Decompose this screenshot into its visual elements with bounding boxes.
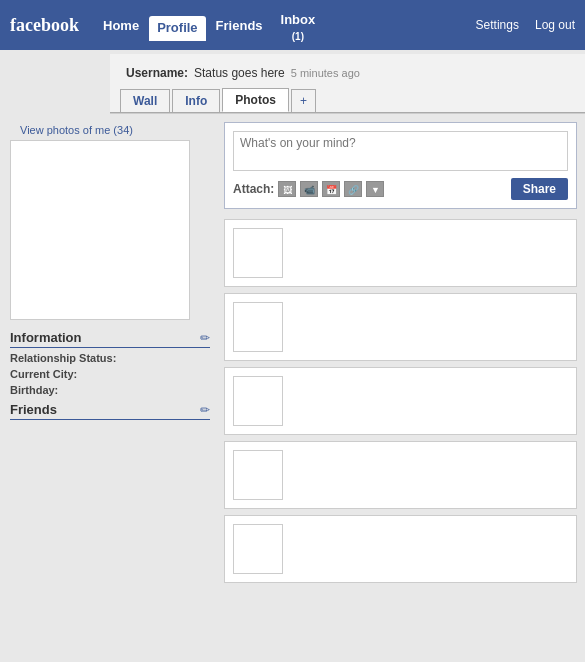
left-sidebar: View photos of me (34) Information ✏ Rel… [0,114,220,589]
nav-home[interactable]: Home [95,14,147,37]
nav-inbox[interactable]: Inbox [273,8,324,31]
share-button[interactable]: Share [511,178,568,200]
status-time: 5 minutes ago [291,67,360,79]
profile-tabs: Wall Info Photos + [110,88,585,113]
post-actions: Attach: 🖼 📹 📅 🔗 ▼ Share [233,178,568,200]
nav-inbox-wrap: Inbox (1) [273,8,324,42]
feed-item [224,441,577,509]
brand-logo: facebook [10,15,79,36]
info-birthday: Birthday: [10,384,210,396]
tab-wall[interactable]: Wall [120,89,170,112]
edit-info-icon[interactable]: ✏ [200,331,210,345]
status-text: Status goes here [194,66,285,80]
tab-photos[interactable]: Photos [222,88,289,112]
info-relationship: Relationship Status: [10,352,210,364]
feed-item [224,515,577,583]
tab-plus[interactable]: + [291,89,316,112]
attach-label: Attach: [233,182,274,196]
logout-link[interactable]: Log out [535,18,575,32]
feed-avatar-5 [233,524,283,574]
edit-friends-icon[interactable]: ✏ [200,403,210,417]
attach-video-icon[interactable]: 📹 [300,181,318,197]
page-body: View photos of me (34) Information ✏ Rel… [0,114,585,589]
profile-header: Username: Status goes here 5 minutes ago… [110,54,585,114]
profile-status-row: Username: Status goes here 5 minutes ago [110,62,585,88]
feed-avatar-1 [233,228,283,278]
feed-avatar-4 [233,450,283,500]
tab-info[interactable]: Info [172,89,220,112]
feed-avatar-2 [233,302,283,352]
username-label: Username: [126,66,188,80]
profile-pic-area: View photos of me (34) [0,114,220,324]
nav-profile[interactable]: Profile [149,16,205,41]
profile-picture [10,140,190,320]
friends-title: Friends [10,402,57,417]
settings-link[interactable]: Settings [476,18,519,32]
info-header: Information ✏ [10,330,210,348]
feed-item [224,219,577,287]
friends-section: Friends ✏ [10,402,210,420]
view-photos-link[interactable]: View photos of me (34) [20,124,210,136]
friends-header: Friends ✏ [10,402,210,420]
attach-event-icon[interactable]: 📅 [322,181,340,197]
feed-item [224,293,577,361]
nav-friends[interactable]: Friends [208,14,271,37]
info-section: Information ✏ Relationship Status: Curre… [10,330,210,396]
attach-photo-icon[interactable]: 🖼 [278,181,296,197]
inbox-badge: (1) [292,31,304,42]
feed-item [224,367,577,435]
info-city: Current City: [10,368,210,380]
top-navigation: facebook Home Profile Friends Inbox (1) … [0,0,585,50]
info-title: Information [10,330,82,345]
attach-link-icon[interactable]: 🔗 [344,181,362,197]
attach-more-icon[interactable]: ▼ [366,181,384,197]
right-content: Attach: 🖼 📹 📅 🔗 ▼ Share [220,114,585,589]
post-box: Attach: 🖼 📹 📅 🔗 ▼ Share [224,122,577,209]
post-input[interactable] [233,131,568,171]
feed-avatar-3 [233,376,283,426]
nav-links: Home Profile Friends Inbox (1) [95,8,476,42]
nav-right: Settings Log out [476,18,575,32]
